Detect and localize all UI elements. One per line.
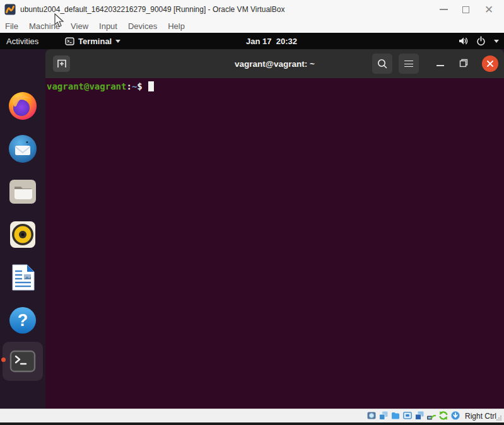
focused-app-label: Terminal xyxy=(78,37,112,46)
prompt-separator: : xyxy=(126,81,131,91)
volume-icon xyxy=(458,36,468,46)
menu-input[interactable]: Input xyxy=(99,21,117,31)
session-features-icon[interactable] xyxy=(438,410,448,421)
svg-text:?: ? xyxy=(18,311,28,330)
vbox-titlebar[interactable]: ubuntu2004_default_1642032216279_90049 [… xyxy=(0,0,504,19)
help-icon: ? xyxy=(8,305,38,335)
thunderbird-icon xyxy=(8,134,38,164)
dock-item-thunderbird[interactable] xyxy=(8,134,38,164)
terminal-minimize-button[interactable] xyxy=(437,65,444,66)
display-icon[interactable] xyxy=(402,410,413,421)
host-key-label: Right Ctrl xyxy=(465,412,496,421)
chevron-down-icon xyxy=(494,40,499,43)
menu-file[interactable]: File xyxy=(5,21,18,31)
vbox-menubar: File Machine View Input Devices Help xyxy=(0,19,504,33)
vm-display[interactable]: Activities Terminal Jan 17 20:32 xyxy=(0,33,504,409)
gnome-topbar: Activities Terminal Jan 17 20:32 xyxy=(0,33,504,49)
host-minimize-button[interactable] xyxy=(433,0,454,19)
libreoffice-writer-icon xyxy=(8,262,38,293)
prompt-symbol: $ xyxy=(137,81,142,91)
restore-icon xyxy=(459,59,468,67)
terminal-restore-button[interactable] xyxy=(459,59,468,70)
mouse-integration-icon[interactable] xyxy=(450,410,460,421)
vbox-statusbar: Right Ctrl xyxy=(0,409,504,422)
search-icon xyxy=(377,58,388,69)
menu-devices[interactable]: Devices xyxy=(128,21,157,31)
focused-app-menu[interactable]: Terminal xyxy=(65,33,120,49)
dock-item-rhythmbox[interactable] xyxy=(8,219,38,250)
terminal-close-button[interactable] xyxy=(482,55,498,72)
dock: ? xyxy=(0,49,45,409)
dock-item-firefox[interactable] xyxy=(8,91,38,121)
firefox-icon xyxy=(8,91,38,121)
hamburger-icon xyxy=(404,61,413,67)
running-indicator-dot xyxy=(1,358,6,362)
host-maximize-button[interactable] xyxy=(455,0,476,19)
optical-drives-icon[interactable] xyxy=(378,410,389,421)
minimize-icon xyxy=(440,9,448,10)
terminal-icon xyxy=(9,350,36,373)
shared-clipboard-icon[interactable] xyxy=(414,410,425,421)
rhythmbox-icon xyxy=(8,219,38,250)
terminal-cursor xyxy=(148,81,154,91)
shell-prompt: vagrant@vagrant:~$ xyxy=(47,81,504,92)
dock-item-files[interactable] xyxy=(8,177,38,207)
maximize-icon xyxy=(462,6,469,13)
virtualbox-logo-icon xyxy=(4,4,16,15)
window-menu-button[interactable] xyxy=(399,54,419,74)
status-icon-row xyxy=(366,410,460,421)
terminal-window: vagrant@vagrant: ~ xyxy=(45,49,504,409)
window-title: ubuntu2004_default_1642032216279_90049 [… xyxy=(20,5,284,14)
activities-button[interactable]: Activities xyxy=(6,33,38,49)
power-icon xyxy=(476,36,486,46)
bottom-edge-strip xyxy=(0,422,504,425)
terminal-headerbar[interactable]: vagrant@vagrant: ~ xyxy=(45,49,504,78)
system-tray[interactable] xyxy=(458,33,499,49)
mouse-cursor xyxy=(54,13,65,28)
dock-item-terminal[interactable] xyxy=(3,342,43,381)
close-icon: ✕ xyxy=(484,4,493,15)
close-icon xyxy=(486,60,494,67)
dock-item-help[interactable]: ? xyxy=(8,305,38,335)
files-icon xyxy=(8,177,38,207)
prompt-user-host: vagrant@vagrant xyxy=(47,81,126,91)
menu-help[interactable]: Help xyxy=(168,21,185,31)
terminal-small-icon xyxy=(65,37,74,45)
dock-item-libreoffice-writer[interactable] xyxy=(8,262,38,293)
menu-view[interactable]: View xyxy=(71,21,88,31)
search-button[interactable] xyxy=(372,54,392,74)
terminal-title: vagrant@vagrant: ~ xyxy=(45,49,504,78)
clock[interactable]: Jan 17 20:32 xyxy=(246,33,297,49)
chevron-down-icon xyxy=(115,40,120,43)
hard-disk-icon[interactable] xyxy=(366,410,377,421)
terminal-screen[interactable]: vagrant@vagrant:~$ xyxy=(45,78,504,409)
network-icon[interactable] xyxy=(426,410,437,421)
host-close-button[interactable]: ✕ xyxy=(478,0,500,19)
shared-folders-icon[interactable] xyxy=(390,410,401,421)
resize-grip[interactable] xyxy=(496,415,502,421)
